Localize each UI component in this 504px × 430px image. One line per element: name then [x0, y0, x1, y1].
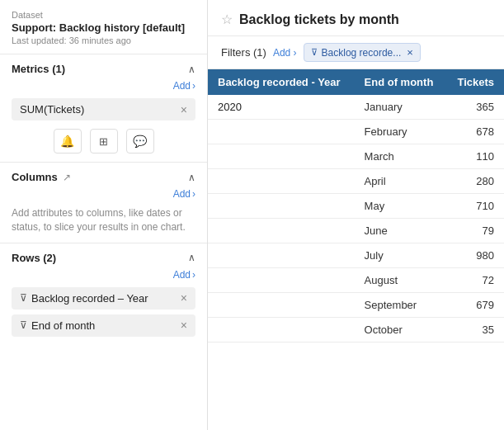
- table-row: August72: [208, 268, 504, 293]
- row-chip-remove-2[interactable]: ×: [181, 319, 187, 331]
- metric-icon-row: 🔔 ⊞ 💬: [12, 129, 195, 154]
- left-panel: Dataset Support: Backlog history [defaul…: [0, 0, 208, 430]
- table-cell-tickets: 980: [445, 243, 504, 268]
- table-row: May710: [208, 194, 504, 219]
- active-filter-chip[interactable]: ⊽ Backlog recorde... ×: [304, 43, 421, 62]
- table-cell-year: [208, 293, 355, 318]
- bell-icon: 🔔: [60, 135, 74, 148]
- row-chip-end-of-month: ⊽ End of month ×: [12, 314, 195, 337]
- metrics-section: Metrics (1) ∧ Add › SUM(Tickets) × 🔔 ⊞ 💬: [0, 54, 207, 163]
- table-cell-tickets: 710: [445, 194, 504, 219]
- metric-chip-remove[interactable]: ×: [181, 104, 187, 116]
- dataset-name: Support: Backlog history [default]: [12, 21, 195, 34]
- col-header-month: End of month: [355, 69, 446, 95]
- right-panel: ☆ Backlog tickets by month Filters (1) A…: [208, 0, 504, 430]
- table-cell-month: May: [355, 194, 446, 219]
- columns-share-icon: ↗: [63, 172, 71, 183]
- table-cell-year: [208, 219, 355, 243]
- metrics-title: Metrics (1): [12, 63, 65, 75]
- table-cell-year: [208, 144, 355, 169]
- table-cell-year: [208, 169, 355, 194]
- metrics-chevron[interactable]: ∧: [188, 64, 195, 75]
- filters-bar: Filters (1) Add › ⊽ Backlog recorde... ×: [208, 36, 504, 69]
- metric-chip: SUM(Tickets) ×: [12, 98, 195, 120]
- metric-chip-label: SUM(Tickets): [20, 103, 84, 116]
- filters-add[interactable]: Add ›: [273, 47, 297, 59]
- table-row: September679: [208, 293, 504, 318]
- star-icon[interactable]: ☆: [221, 12, 233, 27]
- table-cell-year: 2020: [208, 95, 355, 120]
- filter-icon-2: ⊽: [20, 319, 27, 331]
- table-row: April280: [208, 169, 504, 194]
- dataset-label: Dataset: [12, 10, 195, 20]
- table-cell-month: April: [355, 169, 446, 194]
- row-chip-label-2: End of month: [31, 319, 95, 332]
- grid-icon-btn[interactable]: ⊞: [90, 129, 118, 154]
- table-cell-year: [208, 318, 355, 343]
- filter-chip-remove[interactable]: ×: [407, 46, 413, 59]
- table-cell-tickets: 280: [445, 169, 504, 194]
- table-cell-tickets: 365: [445, 95, 504, 120]
- table-cell-month: October: [355, 318, 446, 343]
- table-row: 2020January365: [208, 95, 504, 120]
- rows-chevron[interactable]: ∧: [188, 252, 195, 263]
- rows-title: Rows (2): [12, 252, 56, 264]
- chat-icon-btn[interactable]: 💬: [126, 129, 154, 154]
- row-chip-backlog-year: ⊽ Backlog recorded – Year ×: [12, 287, 195, 310]
- table-row: February678: [208, 120, 504, 144]
- table-cell-tickets: 72: [445, 268, 504, 293]
- table-cell-tickets: 79: [445, 219, 504, 243]
- metrics-header: Metrics (1) ∧: [12, 63, 195, 75]
- rows-header: Rows (2) ∧: [12, 252, 195, 264]
- table-cell-year: [208, 120, 355, 144]
- table-cell-tickets: 110: [445, 144, 504, 169]
- columns-header: Columns ↗ ∧: [12, 171, 195, 183]
- table-cell-tickets: 679: [445, 293, 504, 318]
- chat-icon: 💬: [133, 135, 147, 148]
- table-cell-month: January: [355, 95, 446, 120]
- filter-icon-1: ⊽: [20, 292, 27, 304]
- table-cell-month: June: [355, 219, 446, 243]
- columns-chevron[interactable]: ∧: [188, 172, 195, 183]
- rows-add[interactable]: Add ›: [12, 269, 195, 281]
- table-header-row: Backlog recorded - Year End of month Tic…: [208, 69, 504, 95]
- row-chip-label-1: Backlog recorded – Year: [31, 292, 148, 305]
- filter-chip-label: Backlog recorde...: [322, 47, 402, 59]
- filters-label: Filters (1): [221, 46, 266, 59]
- table-cell-year: [208, 243, 355, 268]
- table-cell-year: [208, 268, 355, 293]
- data-table-container: Backlog recorded - Year End of month Tic…: [208, 69, 504, 430]
- rows-section: Rows (2) ∧ Add › ⊽ Backlog recorded – Ye…: [0, 243, 207, 430]
- table-row: March110: [208, 144, 504, 169]
- columns-section: Columns ↗ ∧ Add › Add attributes to colu…: [0, 163, 207, 243]
- columns-title: Columns: [12, 171, 58, 183]
- row-chip-remove-1[interactable]: ×: [181, 292, 187, 304]
- columns-empty-text: Add attributes to columns, like dates or…: [12, 206, 195, 234]
- col-header-tickets: Tickets: [445, 69, 504, 95]
- table-cell-tickets: 35: [445, 318, 504, 343]
- bell-icon-btn[interactable]: 🔔: [54, 129, 82, 154]
- table-row: June79: [208, 219, 504, 243]
- table-row: October35: [208, 318, 504, 343]
- filter-funnel-icon: ⊽: [311, 47, 318, 58]
- metrics-add[interactable]: Add ›: [12, 80, 195, 92]
- table-cell-year: [208, 194, 355, 219]
- col-header-year: Backlog recorded - Year: [208, 69, 355, 95]
- table-cell-month: July: [355, 243, 446, 268]
- table-cell-month: February: [355, 120, 446, 144]
- dataset-section: Dataset Support: Backlog history [defaul…: [0, 0, 207, 54]
- table-cell-month: August: [355, 268, 446, 293]
- columns-add[interactable]: Add ›: [12, 188, 195, 200]
- table-row: July980: [208, 243, 504, 268]
- grid-icon: ⊞: [99, 135, 108, 148]
- table-cell-month: September: [355, 293, 446, 318]
- chart-title: Backlog tickets by month: [239, 12, 399, 27]
- data-table: Backlog recorded - Year End of month Tic…: [208, 69, 504, 343]
- table-cell-tickets: 678: [445, 120, 504, 144]
- table-cell-month: March: [355, 144, 446, 169]
- chart-header: ☆ Backlog tickets by month: [208, 0, 504, 36]
- dataset-updated: Last updated: 36 minutes ago: [12, 35, 195, 45]
